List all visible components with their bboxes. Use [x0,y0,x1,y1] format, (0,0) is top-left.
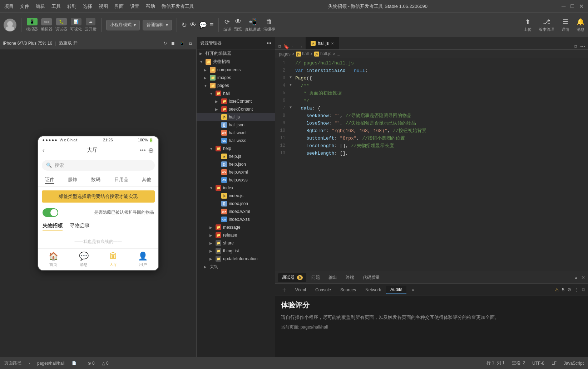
visualize-tool[interactable]: 📊 可视化 [70,18,82,32]
phone-category-tabs[interactable]: 证件 服饰 数码 日用品 其他 [38,174,158,187]
nav-hall[interactable]: 🏛 大厅 [109,252,117,267]
mode-dropdown[interactable]: 小程序模式 ▾ [106,20,140,30]
maximize-button[interactable]: □ [570,3,574,10]
phone-search[interactable]: 🔍 搜索 [42,160,155,171]
menu-view[interactable]: 视图 [99,3,108,10]
layers-button[interactable]: ≡ [210,21,214,29]
sim-stop-button[interactable]: ⏹ [169,40,177,47]
menu-project[interactable]: 项目 [4,3,14,10]
menu-tools[interactable]: 工具 [51,3,61,10]
loseContent-item[interactable]: ▶ 📁 loseContent [197,97,275,105]
pages-item[interactable]: ▼ 📁 pages [197,82,275,89]
hall-js-tab[interactable]: js hall.js ✕ [306,37,339,49]
explorer-menu-icon[interactable]: ••• [267,41,271,46]
issues-tab[interactable]: 问题 [308,273,323,282]
dagang-section[interactable]: ▶ 大纲 [197,263,275,271]
preview-tool[interactable]: 👁 预览 [234,18,242,32]
menu-file[interactable]: 文件 [20,3,29,10]
help-json-item[interactable]: {} help.json [197,160,275,168]
cloud-tool[interactable]: ☁ 云开发 [85,18,97,32]
menu-wechat-tools[interactable]: 微信开发者工具 [162,3,194,10]
hall-json-item[interactable]: {} hall.json [197,121,275,129]
menu-interface[interactable]: 界面 [114,3,124,10]
hall-wxml-item[interactable]: wx hall.wxml [197,129,275,137]
project-section[interactable]: ▼ 📁 失物招领 [197,58,275,66]
nav-user[interactable]: 👤 用户 [138,252,148,267]
eye-button[interactable]: 👁 [190,21,196,29]
hall-js-item[interactable]: js hall.js [197,113,275,121]
copy-icon[interactable]: ⧉ [582,287,585,293]
avatar[interactable] [4,19,16,31]
simulator-button[interactable]: 📱 [27,18,38,25]
label-type-btn[interactable]: 标签类型选择后需要结合搜索才能实现 [42,190,155,203]
tab-clothing[interactable]: 服饰 [68,176,77,184]
tab-credential[interactable]: 证件 [45,176,54,184]
simulator-tool[interactable]: 📱 模拟器 [26,18,38,32]
visualize-button[interactable]: 📊 [71,18,81,25]
wxml-label-tab[interactable]: Wxml [291,286,310,294]
help-item[interactable]: ▼ 📁 help [197,145,275,152]
minimize-button[interactable]: ─ [562,3,565,10]
close-button[interactable]: ✕ [579,3,584,10]
more-tabs[interactable]: » [407,286,418,294]
index-wxml-item[interactable]: wx index.wxml [197,208,275,215]
wxml-sub-tab[interactable]: ⊹ [278,286,290,294]
hide-toggle[interactable] [43,208,58,217]
index-wxss-item[interactable]: cs index.wxss [197,215,275,223]
audits-tab[interactable]: Audits [386,286,406,294]
network-tab[interactable]: Network [361,286,385,294]
message-item[interactable]: ▶ 📁 message [197,223,275,231]
detail-tool[interactable]: ☰ 详情 [562,18,569,32]
seekContent-item[interactable]: ▶ 📁 seekContent [197,105,275,113]
hot-reload-toggle[interactable]: 热重载 开 [59,40,77,46]
sim-split-button[interactable]: ⧉ [187,40,193,47]
sources-tab[interactable]: Sources [336,286,360,294]
sim-reload-button[interactable]: ↻ [162,40,168,47]
editor-more-icon[interactable]: ••• [580,44,585,49]
nav-message[interactable]: 💬 消息 [79,252,89,267]
nav-dots[interactable]: ••• [140,147,146,154]
real-debug-tool[interactable]: 📲 真机调试 [245,18,261,32]
console-tab[interactable]: Console [311,286,335,294]
nav-add[interactable]: ⊕ [148,146,154,155]
notify-tool[interactable]: 🔔 消息 [577,18,584,32]
tab-daily[interactable]: 日用品 [114,176,128,184]
open-editors-section[interactable]: ▶ 打开的编辑器 [197,49,275,58]
code-editor[interactable]: 1 // pages/hall/hall.js 2 var interstiti… [275,58,588,271]
editor-tool[interactable]: </> 编辑器 [41,18,53,32]
menu-edit[interactable]: 编辑 [36,3,45,10]
nav-back-editor[interactable]: ← [291,44,296,49]
menu-select[interactable]: 选择 [83,3,92,10]
code-quality-tab[interactable]: 代码质量 [359,273,384,282]
version-tool[interactable]: ⎇ 版本管理 [539,18,554,32]
split-icon[interactable]: ⧉ [278,44,281,49]
help-wxml-item[interactable]: wx help.wxml [197,168,275,176]
tab-other[interactable]: 其他 [142,176,151,184]
index-json-item[interactable]: {} index.json [197,200,275,208]
help-js-item[interactable]: js help.js [197,152,275,160]
more-options-icon[interactable]: ⋮ [574,287,579,292]
menu-help[interactable]: 帮助 [146,3,155,10]
compile-dropdown[interactable]: 普通编辑 ▾ [143,20,172,30]
settings-icon[interactable]: ⚙ [567,287,572,292]
clear-tool[interactable]: 🗑 清缓存 [263,18,275,32]
bookmark-icon[interactable]: 🔖 [283,44,289,49]
seek-section-btn[interactable]: 寻物启事 [70,223,90,231]
nav-home[interactable]: 🏠 首页 [49,252,58,267]
debugger-tool[interactable]: 🐛 调试器 [55,18,67,32]
refresh-button[interactable]: ↻ [182,21,187,29]
upload-tool[interactable]: ⬆ 上传 [524,18,532,32]
images-item[interactable]: ▶ 📁 images [197,74,275,82]
output-tab[interactable]: 输出 [325,273,341,282]
nav-back-arrow[interactable]: ‹ [43,146,45,154]
close-tab-icon[interactable]: ✕ [331,42,334,45]
help-wxss-item[interactable]: cs help.wxss [197,176,275,184]
lost-section-btn[interactable]: 失物招领 [43,223,63,231]
components-item[interactable]: ▶ 📁 components [197,66,275,74]
nav-forward-editor[interactable]: → [298,44,303,49]
share-item[interactable]: ▶ 📁 share [197,239,275,247]
sim-phone-button[interactable]: 📱 [178,40,186,47]
menu-goto[interactable]: 转到 [67,3,76,10]
split-editor-icon[interactable]: ⧉ [574,44,577,49]
wechat-button[interactable]: 💬 [199,21,207,29]
